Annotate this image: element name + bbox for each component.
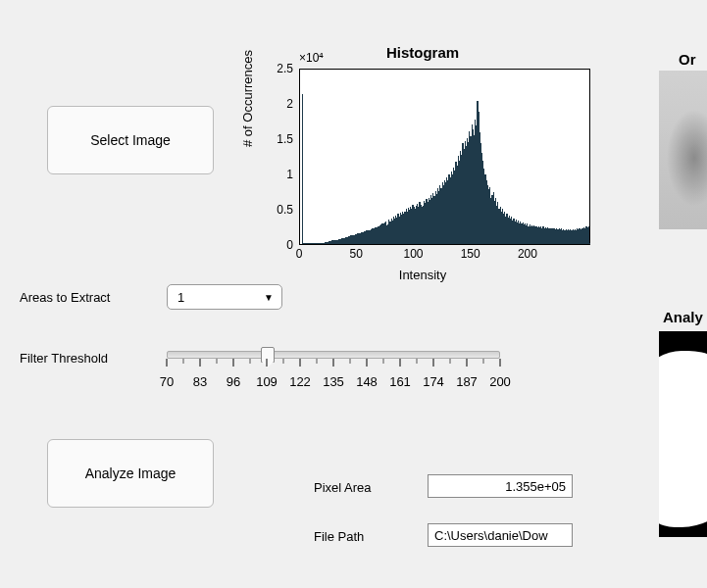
chart-xtick-label: 50	[350, 247, 363, 261]
chart-xtick-label: 100	[403, 247, 423, 261]
slider-tick-label: 135	[323, 374, 344, 389]
slider-tick	[200, 359, 201, 367]
chart-xtick-label: 200	[518, 247, 537, 261]
slider-tick-minor	[183, 359, 184, 364]
areas-to-extract-label: Areas to Extract	[20, 290, 110, 305]
original-image-preview	[659, 71, 707, 229]
select-image-button[interactable]: Select Image	[47, 106, 214, 174]
histogram-bar	[589, 243, 590, 244]
areas-to-extract-select[interactable]: 1 ▼	[167, 284, 282, 310]
slider-tick-label: 200	[489, 374, 511, 389]
slider-tick-label: 122	[289, 374, 311, 389]
chart-xlabel: Intensity	[250, 268, 595, 282]
chart-bars	[300, 70, 589, 244]
slider-tick	[367, 359, 368, 367]
slider-tick	[167, 359, 168, 367]
slider-tick-label: 161	[389, 374, 411, 389]
chart-xticks: 050100150200	[299, 247, 590, 265]
analyze-image-label: Analyze Image	[85, 466, 177, 481]
chart-ytick-label: 0	[286, 238, 293, 252]
pixel-area-label: Pixel Area	[314, 480, 372, 495]
slider-tick-label: 70	[160, 374, 174, 389]
areas-to-extract-value: 1	[177, 290, 184, 305]
slider-tick	[300, 359, 301, 367]
slider-tick-label: 174	[423, 374, 444, 389]
slider-tick	[233, 359, 234, 367]
file-path-field[interactable]: C:\Users\danie\Dow	[428, 523, 573, 547]
slider-tick-minor	[350, 359, 351, 364]
analyze-image-button[interactable]: Analyze Image	[47, 439, 214, 508]
pixel-area-value: 1.355e+05	[505, 479, 566, 494]
histogram-chart: Histogram ×10⁴ # of Occurrences 00.511.5…	[250, 49, 595, 274]
histogram-bar	[588, 226, 589, 245]
slider-tick-minor	[450, 359, 451, 364]
slider-tick	[467, 359, 468, 367]
slider-tick-minor	[217, 359, 218, 364]
analyzed-image-preview	[659, 331, 707, 537]
analyzed-image-title: Analy	[663, 309, 703, 325]
slider-tick-label: 96	[227, 374, 240, 389]
slider-tick-minor	[417, 359, 418, 364]
slider-tick-label: 83	[193, 374, 207, 389]
slider-tick-minor	[483, 359, 484, 364]
slider-tick	[500, 359, 501, 367]
chart-xtick-label: 150	[461, 247, 480, 261]
slider-tick-labels: 708396109122135148161174187200	[167, 374, 500, 390]
chart-ytick-label: 1.5	[277, 132, 293, 146]
slider-tick	[267, 359, 268, 367]
slider-tick-label: 148	[356, 374, 378, 389]
chart-yticks: 00.511.522.5	[250, 69, 297, 245]
chart-ytick-label: 0.5	[277, 203, 293, 217]
chart-ytick-label: 2.5	[277, 62, 293, 75]
slider-tick-minor	[250, 359, 251, 364]
file-path-value: C:\Users\danie\Dow	[434, 528, 548, 543]
slider-tick-label: 187	[456, 374, 478, 389]
slider-tick	[400, 359, 401, 367]
file-path-label: File Path	[314, 529, 364, 544]
histogram-bar	[302, 94, 303, 244]
slider-tick	[333, 359, 334, 367]
filter-threshold-slider[interactable]: 708396109122135148161174187200	[167, 345, 500, 390]
slider-tick-minor	[317, 359, 318, 364]
pixel-area-field[interactable]: 1.355e+05	[428, 474, 573, 498]
slider-tick-label: 109	[256, 374, 278, 389]
chevron-down-icon: ▼	[264, 292, 274, 303]
chart-ytick-label: 2	[286, 97, 293, 111]
select-image-label: Select Image	[90, 132, 171, 148]
chart-xtick-label: 0	[296, 247, 303, 261]
chart-ytick-label: 1	[286, 168, 293, 181]
slider-ticks	[167, 359, 500, 372]
original-image-title: Or	[679, 51, 696, 68]
slider-tick	[433, 359, 434, 367]
slider-tick-minor	[383, 359, 384, 364]
chart-plot-area	[299, 69, 590, 245]
slider-tick-minor	[283, 359, 284, 364]
slider-track[interactable]	[167, 351, 500, 359]
filter-threshold-label: Filter Threshold	[20, 351, 108, 366]
chart-y-exponent: ×10⁴	[299, 51, 324, 65]
